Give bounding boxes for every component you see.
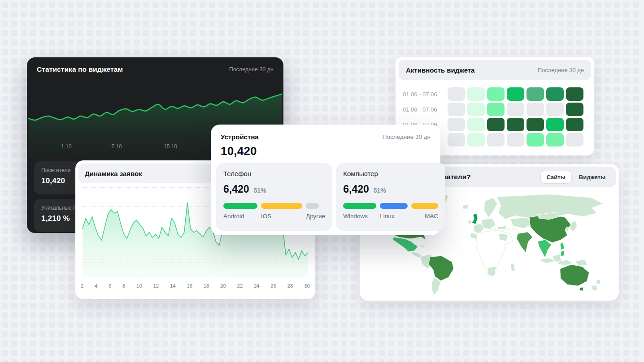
x-tick: 8 bbox=[122, 283, 125, 289]
country-south-africa bbox=[487, 266, 496, 276]
x-tick: 24 bbox=[254, 283, 260, 289]
dynamics-title: Динамика заявок bbox=[85, 170, 142, 177]
x-tick: 26 bbox=[270, 283, 276, 289]
activity-header: Активность виджета Последние 30 дн bbox=[399, 60, 591, 80]
country-japan bbox=[570, 220, 577, 232]
x-tick: 20 bbox=[220, 283, 226, 289]
heatmap-cell bbox=[527, 103, 544, 116]
country-cuba bbox=[419, 245, 425, 248]
x-tick: 4 bbox=[95, 283, 97, 289]
heatmap-cell bbox=[448, 118, 465, 131]
activity-title: Активность виджета bbox=[406, 66, 474, 74]
heatmap-row: 01.06 - 07.06 bbox=[403, 87, 583, 101]
heatmap-cell bbox=[448, 87, 465, 101]
devices-card: Устройства Последние 30 дн 10,420 Телефо… bbox=[211, 125, 440, 235]
country-madagascar bbox=[511, 263, 515, 272]
segment-label: Windows bbox=[343, 213, 376, 220]
x-tick: 10 bbox=[136, 283, 142, 289]
country-iceland bbox=[463, 205, 468, 209]
x-tick: 30 bbox=[304, 283, 310, 289]
country-europe-central bbox=[481, 218, 496, 229]
widget-stats-title: Статистика по виджетам bbox=[37, 65, 123, 73]
bar-segment-другие bbox=[306, 203, 319, 209]
device-group-percent: 51% bbox=[374, 187, 386, 194]
segmented-bar bbox=[223, 203, 325, 209]
heatmap-cell bbox=[527, 133, 544, 147]
heatmap-cell bbox=[507, 103, 524, 116]
activity-period: Последние 30 дн bbox=[538, 67, 584, 73]
devices-period: Последние 30 дн bbox=[383, 134, 431, 140]
device-group-computer: Компьютер6,42051%WindowsLinuxMAC bbox=[336, 163, 445, 231]
heatmap-cell bbox=[448, 103, 465, 116]
heatmap-cell bbox=[507, 133, 524, 147]
heatmap-cell bbox=[467, 118, 485, 131]
device-groups: Телефон6,42051%AndroidIOSДругиеКомпьютер… bbox=[216, 163, 436, 231]
heatmap-cell bbox=[566, 87, 583, 101]
x-tick: 15.10 bbox=[164, 143, 177, 150]
device-group-phone: Телефон6,42051%AndroidIOSДругие bbox=[216, 163, 332, 231]
toggle-button-widgets[interactable]: Виджеты bbox=[573, 171, 612, 184]
heatmap-cell bbox=[507, 118, 524, 131]
country-tasmania bbox=[579, 287, 584, 291]
bar-segment-mac bbox=[411, 203, 438, 209]
x-tick: 6 bbox=[109, 283, 111, 289]
device-group-title: Компьютер bbox=[343, 170, 438, 177]
heatmap-cell bbox=[487, 118, 505, 131]
x-tick: 28 bbox=[287, 283, 293, 289]
country-ireland bbox=[468, 220, 472, 224]
heatmap-cell bbox=[467, 133, 485, 147]
devices-title: Устройства bbox=[221, 133, 259, 141]
country-mexico bbox=[393, 237, 418, 252]
heatmap-cell bbox=[448, 133, 465, 147]
heatmap-cell bbox=[507, 87, 524, 101]
x-tick: 7.10 bbox=[111, 143, 122, 150]
country-australia bbox=[560, 264, 589, 286]
devices-total: 10,420 bbox=[221, 144, 440, 158]
heatmap-row-label: 01.06 - 07.06 bbox=[403, 106, 448, 113]
heatmap-cell bbox=[566, 118, 583, 131]
device-group-percent: 51% bbox=[254, 187, 266, 194]
segment-label: IOS bbox=[261, 213, 302, 220]
device-group-value: 6,420 bbox=[343, 183, 369, 195]
heatmap-row: 01.06 - 07.06 bbox=[403, 103, 583, 116]
segment-label: Android bbox=[223, 213, 257, 220]
x-tick: 12 bbox=[153, 283, 159, 289]
bar-segment-ios bbox=[261, 203, 302, 209]
x-tick: 22 bbox=[237, 283, 243, 289]
country-uk bbox=[472, 213, 478, 224]
bar-segment-windows bbox=[343, 203, 376, 209]
widget-stats-period: Последние 30 дн bbox=[229, 66, 274, 73]
heatmap-row-label: 01.06 - 07.06 bbox=[403, 91, 448, 98]
segmented-bar bbox=[343, 203, 438, 209]
bar-segment-android bbox=[223, 203, 257, 209]
heatmap-cell bbox=[566, 133, 583, 147]
x-tick: 16 bbox=[187, 283, 192, 289]
heatmap-cell bbox=[527, 87, 544, 101]
country-new-zealand bbox=[592, 279, 600, 291]
segment-label: Другие bbox=[306, 213, 325, 220]
segment-label: MAC bbox=[411, 213, 438, 220]
heatmap-cell bbox=[467, 87, 485, 101]
segment-labels: WindowsLinuxMAC bbox=[343, 213, 438, 220]
heatmap-cell bbox=[566, 103, 583, 116]
sites-widgets-toggle: СайтыВиджеты bbox=[539, 169, 613, 185]
x-tick: 14 bbox=[170, 283, 176, 289]
x-tick: 2 bbox=[81, 283, 83, 289]
device-group-title: Телефон bbox=[223, 170, 325, 177]
heatmap-cell bbox=[546, 87, 564, 101]
device-group-value: 6,420 bbox=[223, 183, 249, 195]
heatmap-cell bbox=[467, 103, 485, 116]
heatmap-cell bbox=[487, 133, 505, 147]
toggle-button-sites[interactable]: Сайты bbox=[540, 171, 572, 184]
x-axis-labels: 24681012141618202224262830 bbox=[81, 283, 310, 289]
heatmap-cell bbox=[527, 118, 544, 131]
bar-segment-linux bbox=[380, 203, 408, 209]
country-brazil bbox=[429, 256, 453, 280]
x-tick: 18 bbox=[204, 283, 209, 289]
country-philippines bbox=[560, 242, 565, 257]
heatmap-cell bbox=[487, 103, 505, 116]
heatmap-cell bbox=[546, 103, 564, 116]
country-turkey bbox=[497, 226, 507, 229]
country-thailand bbox=[538, 240, 552, 258]
country-india bbox=[517, 232, 532, 253]
